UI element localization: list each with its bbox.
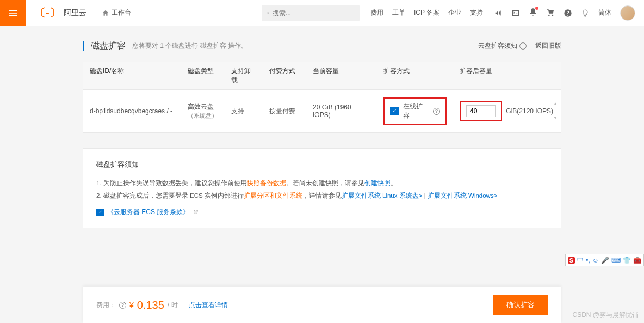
announce-icon[interactable]: [494, 9, 503, 17]
cell-type: 高效云盘 （系统盘）: [181, 102, 225, 120]
cell-id: d-bp1dsudbecqvbegcraes / -: [83, 107, 181, 115]
create-snapshot-link[interactable]: 创建快照: [364, 180, 391, 186]
capacity-input[interactable]: [466, 105, 496, 117]
help-icon[interactable]: [564, 9, 572, 17]
table-row: d-bp1dsudbecqvbegcraes / - 高效云盘 （系统盘） 支持…: [83, 90, 561, 132]
notification-bell[interactable]: [529, 8, 537, 18]
cell-billing: 按量付费: [263, 107, 306, 116]
notification-dot: [535, 7, 538, 10]
info-icon: i: [519, 42, 527, 50]
menu-toggle[interactable]: [0, 0, 26, 26]
th-type: 磁盘类型: [181, 66, 225, 85]
search-input[interactable]: [273, 9, 354, 17]
nav-enterprise[interactable]: 企业: [448, 8, 461, 17]
external-link-icon: [193, 209, 199, 215]
notice-item-2: 2. 磁盘扩容完成后，您需要登录 ECS 实例内部进行扩展分区和文件系统，详情请…: [96, 190, 548, 202]
check-icon: [392, 108, 397, 114]
page-subtitle: 您将要对 1 个磁盘进行 磁盘扩容 操作。: [132, 41, 247, 51]
logo-text: 阿里云: [64, 8, 86, 18]
home-icon: [102, 9, 109, 17]
spinner-up[interactable]: ▲: [553, 102, 558, 106]
nav-links: 费用 工单 ICP 备案 企业 支持: [360, 8, 494, 17]
cart-icon[interactable]: [546, 9, 555, 17]
th-billing: 付费方式: [263, 66, 306, 85]
extend-partition-link[interactable]: 扩展分区和文件系统: [244, 192, 302, 199]
th-detach: 支持卸载: [225, 66, 263, 85]
notice-title: 磁盘扩容须知: [96, 160, 548, 169]
page-title: 磁盘扩容: [91, 40, 126, 52]
disk-table: 磁盘ID/名称 磁盘类型 支持卸载 付费方式 当前容量 扩容方式 扩容后容量 d…: [83, 62, 561, 133]
target-highlight: [460, 101, 502, 121]
cell-method: 在线扩容 ?: [377, 97, 453, 125]
method-highlight: 在线扩容 ?: [383, 97, 447, 125]
check-icon: [98, 210, 103, 215]
notice-box: 磁盘扩容须知 1. 为防止操作失误导致数据丢失，建议您操作前使用快照备份数据。若…: [83, 148, 561, 228]
snapshot-backup-link[interactable]: 快照备份数据: [247, 180, 286, 186]
th-current: 当前容量: [306, 66, 377, 85]
search-icon: [267, 9, 269, 17]
search-box[interactable]: [262, 5, 360, 21]
th-id: 磁盘ID/名称: [83, 66, 181, 85]
page-header: 磁盘扩容 您将要对 1 个磁盘进行 磁盘扩容 操作。 云盘扩容须知 i 返回旧版: [83, 35, 561, 62]
nav-support[interactable]: 支持: [470, 8, 483, 17]
tos-link[interactable]: 《云服务器 ECS 服务条款》: [107, 208, 189, 217]
nav-fee[interactable]: 费用: [370, 8, 383, 17]
th-method: 扩容方式: [377, 66, 453, 85]
tos-checkbox[interactable]: [96, 209, 104, 216]
notice-link[interactable]: 云盘扩容须知 i: [478, 41, 527, 51]
help-icon[interactable]: ?: [433, 108, 440, 115]
cell-target: GiB(2120 IOPS): [453, 101, 561, 121]
top-header: 〔-〕 阿里云 工作台 费用 工单 ICP 备案 企业 支持 简体: [0, 0, 644, 26]
size-spinner: ▲ ▼: [553, 102, 558, 120]
nav-ticket[interactable]: 工单: [392, 8, 405, 17]
title-accent: [83, 41, 84, 51]
header-icons: 简体: [494, 5, 644, 21]
extend-windows-link[interactable]: 扩展文件系统 Windows>: [428, 192, 498, 199]
terminal-icon[interactable]: [511, 9, 520, 17]
user-avatar[interactable]: [620, 5, 635, 21]
old-version-link[interactable]: 返回旧版: [535, 41, 561, 51]
extend-linux-link[interactable]: 扩展文件系统 Linux 系统盘>: [342, 192, 423, 199]
lightbulb-icon[interactable]: [581, 9, 590, 17]
tos-row: 《云服务器 ECS 服务条款》: [96, 208, 548, 217]
notice-item-1: 1. 为防止操作失误导致数据丢失，建议您操作前使用快照备份数据。若尚未创建快照，…: [96, 177, 548, 190]
workbench-link[interactable]: 工作台: [95, 8, 138, 17]
cell-detach: 支持: [225, 107, 263, 116]
th-target: 扩容后容量: [453, 66, 561, 85]
main-container: 磁盘扩容 您将要对 1 个磁盘进行 磁盘扩容 操作。 云盘扩容须知 i 返回旧版…: [83, 26, 561, 237]
table-header: 磁盘ID/名称 磁盘类型 支持卸载 付费方式 当前容量 扩容方式 扩容后容量: [83, 62, 561, 90]
logo-icon: 〔-〕: [35, 5, 60, 20]
cell-current: 20 GiB (1960 IOPS): [306, 103, 377, 119]
logo[interactable]: 〔-〕 阿里云: [26, 5, 95, 20]
nav-icp[interactable]: ICP 备案: [414, 8, 439, 17]
spinner-down[interactable]: ▼: [553, 116, 558, 120]
lang-switch[interactable]: 简体: [598, 8, 611, 17]
online-resize-checkbox[interactable]: [390, 107, 399, 115]
